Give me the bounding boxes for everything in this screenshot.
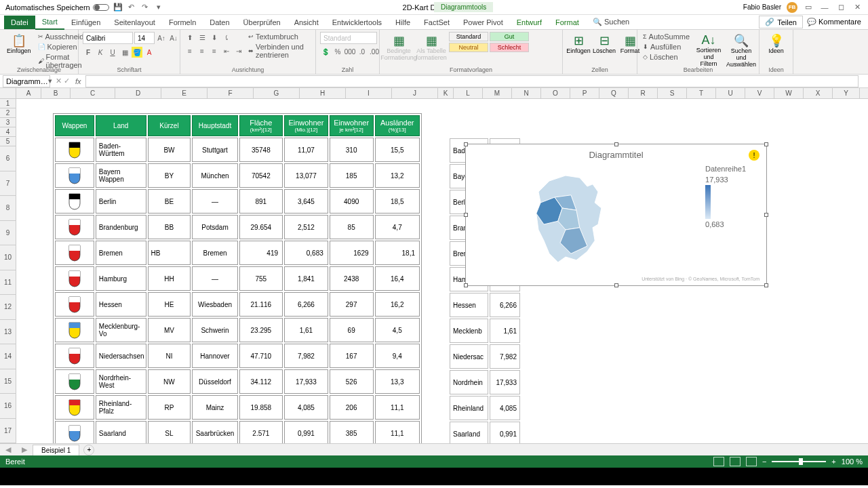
row-header[interactable]: 14 bbox=[0, 344, 16, 369]
tab-ansicht[interactable]: Ansicht bbox=[288, 16, 326, 29]
align-center-icon[interactable]: ≡ bbox=[197, 45, 208, 56]
row-header[interactable]: 8 bbox=[0, 196, 16, 221]
column-header[interactable]: V bbox=[745, 88, 774, 98]
worksheet-grid[interactable]: 1234567891011121314151617 Wappen Land Kü… bbox=[0, 99, 868, 443]
table-row[interactable]: HessenHEWiesbaden21.1166,26629716,2 bbox=[55, 292, 420, 317]
table-row[interactable]: Mecklenburg-VoMVSchwerin23.2951,61694,5 bbox=[55, 318, 420, 342]
table-row[interactable]: HamburgHH—7551,841243816,4 bbox=[55, 266, 420, 291]
row-header[interactable]: 5 bbox=[0, 137, 16, 146]
tab-powerpivot[interactable]: Power Pivot bbox=[456, 16, 510, 29]
column-header[interactable]: N bbox=[512, 88, 541, 98]
tab-formeln[interactable]: Formeln bbox=[162, 16, 203, 29]
map-chart[interactable]: Diagrammtitel ! Datenreihe1 17,933 0,683… bbox=[465, 144, 767, 286]
row-header[interactable]: 12 bbox=[0, 295, 16, 320]
sort-filter-button[interactable]: A↓Sortieren und Filtern bbox=[694, 32, 724, 69]
formula-bar[interactable] bbox=[85, 75, 859, 87]
column-header[interactable]: F bbox=[208, 88, 254, 98]
table-row[interactable]: SaarlandSLSaarbrücken2.5710,99138511,1 bbox=[55, 421, 420, 443]
decrease-font-icon[interactable]: A↓ bbox=[168, 33, 179, 43]
column-header[interactable]: M bbox=[483, 88, 512, 98]
comments-button[interactable]: 💬 Kommentare bbox=[807, 18, 861, 26]
table-row[interactable]: BrandenburgBBPotsdam29.6542,512854,7 bbox=[55, 215, 420, 239]
column-header[interactable]: T bbox=[687, 88, 716, 98]
column-header[interactable]: E bbox=[161, 88, 208, 98]
insert-cells-button[interactable]: ⊞Einfügen bbox=[567, 32, 590, 56]
tab-start[interactable]: Start bbox=[35, 15, 64, 30]
column-header[interactable]: H bbox=[300, 88, 346, 98]
font-color-button[interactable]: A bbox=[144, 47, 155, 58]
sheet-tab-1[interactable]: Beispiel 1 bbox=[33, 445, 79, 455]
column-header[interactable]: X bbox=[804, 88, 833, 98]
table-row[interactable]: Baden-WürttemBWStuttgart3574811,0731015,… bbox=[55, 138, 420, 162]
zoom-in-icon[interactable]: + bbox=[831, 458, 835, 466]
table-row[interactable]: NiedersachsenNIHannover47.7107,9821679,4 bbox=[55, 344, 420, 368]
tab-nav-next-icon[interactable]: ▶ bbox=[16, 445, 33, 454]
table-row[interactable]: BremenHBBremen4190,683162918,1 bbox=[55, 241, 420, 265]
row-header[interactable]: 4 bbox=[0, 127, 16, 137]
row-header[interactable]: 1 bbox=[0, 99, 16, 108]
zoom-slider[interactable] bbox=[772, 461, 826, 462]
italic-button[interactable]: K bbox=[95, 47, 106, 58]
tab-entwicklertools[interactable]: Entwicklertools bbox=[326, 16, 389, 29]
border-button[interactable]: ▦ bbox=[119, 47, 130, 58]
column-header[interactable]: I bbox=[346, 88, 392, 98]
indent-dec-icon[interactable]: ⇤ bbox=[221, 45, 232, 56]
find-select-button[interactable]: 🔍Suchen und Auswählen bbox=[726, 32, 756, 70]
view-pagebreak-icon[interactable] bbox=[746, 457, 757, 466]
style-standard[interactable]: Standard bbox=[449, 32, 488, 41]
font-size-select[interactable] bbox=[134, 32, 155, 44]
tab-suchen[interactable]: 🔍 Suchen bbox=[586, 15, 636, 29]
table-row[interactable]: Niedersac7,982 bbox=[450, 344, 520, 369]
row-header[interactable]: 9 bbox=[0, 221, 16, 246]
zoom-out-icon[interactable]: − bbox=[762, 458, 766, 466]
select-all-corner[interactable] bbox=[0, 88, 16, 98]
minimize-icon[interactable]: — bbox=[819, 2, 830, 13]
row-header[interactable]: 15 bbox=[0, 369, 16, 394]
redo-icon[interactable]: ↷ bbox=[140, 3, 150, 12]
column-header[interactable]: S bbox=[658, 88, 687, 98]
table-row[interactable]: Bayern WappenBYMünchen7054213,07718513,2 bbox=[55, 163, 420, 188]
tab-file[interactable]: Datei bbox=[4, 16, 35, 29]
align-middle-icon[interactable]: ☰ bbox=[197, 32, 208, 43]
column-header[interactable]: D bbox=[115, 88, 161, 98]
table-row[interactable]: Rheinland4,085 bbox=[450, 396, 520, 420]
zoom-level[interactable]: 100 % bbox=[842, 458, 863, 466]
row-header[interactable]: 17 bbox=[0, 419, 16, 444]
row-header[interactable]: 10 bbox=[0, 245, 16, 270]
table-row[interactable]: Mecklenb1,61 bbox=[450, 319, 520, 343]
tab-nav-prev-icon[interactable]: ◀ bbox=[0, 445, 16, 454]
tab-seitenlayout[interactable]: Seitenlayout bbox=[107, 16, 162, 29]
tab-ueberpruefen[interactable]: Überprüfen bbox=[237, 16, 288, 29]
tab-entwurf[interactable]: Entwurf bbox=[510, 16, 549, 29]
orientation-icon[interactable]: ⤹ bbox=[221, 32, 232, 43]
increase-font-icon[interactable]: A↑ bbox=[156, 33, 167, 43]
horizontal-scrollbar[interactable] bbox=[101, 446, 861, 454]
delete-cells-button[interactable]: ⊟Löschen bbox=[593, 32, 616, 56]
row-header[interactable]: 7 bbox=[0, 171, 16, 197]
column-header[interactable]: L bbox=[454, 88, 483, 98]
column-header[interactable]: O bbox=[541, 88, 570, 98]
row-header[interactable]: 6 bbox=[0, 146, 16, 171]
undo-icon[interactable]: ↶ bbox=[127, 3, 136, 12]
column-header[interactable]: W bbox=[774, 88, 804, 98]
table-row[interactable]: Saarland0,991 bbox=[450, 422, 520, 443]
column-header[interactable]: A bbox=[16, 88, 41, 98]
column-header[interactable]: R bbox=[629, 88, 658, 98]
tab-format[interactable]: Format bbox=[549, 16, 586, 29]
fill-color-button[interactable]: 🪣 bbox=[132, 47, 142, 58]
chart-warning-icon[interactable]: ! bbox=[749, 150, 760, 161]
style-schlecht[interactable]: Schlecht bbox=[490, 43, 529, 52]
underline-button[interactable]: U bbox=[107, 47, 118, 58]
tab-einfuegen[interactable]: Einfügen bbox=[64, 16, 107, 29]
style-gut[interactable]: Gut bbox=[490, 32, 529, 41]
fx-icon[interactable]: fx bbox=[75, 77, 81, 85]
ideas-button[interactable]: 💡Ideen bbox=[764, 32, 789, 56]
column-header[interactable]: J bbox=[392, 88, 438, 98]
row-header[interactable]: 2 bbox=[0, 108, 16, 118]
tab-daten[interactable]: Daten bbox=[203, 16, 236, 29]
style-neutral[interactable]: Neutral bbox=[449, 43, 488, 52]
view-normal-icon[interactable] bbox=[713, 457, 724, 466]
align-top-icon[interactable]: ⬆ bbox=[184, 32, 195, 43]
chart-title[interactable]: Diagrammtitel bbox=[466, 150, 766, 160]
table-row[interactable]: Nordrhein17,933 bbox=[450, 370, 520, 394]
